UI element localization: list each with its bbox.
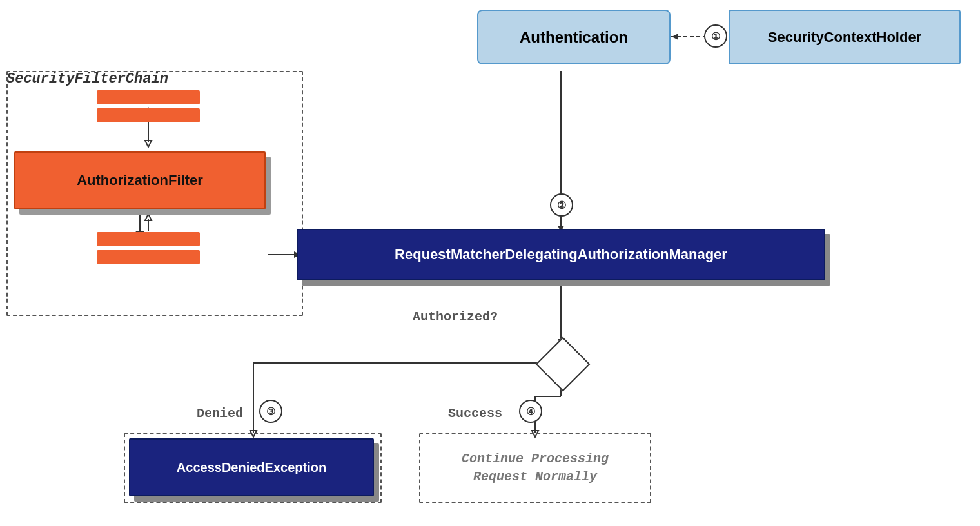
authentication-node: Authentication: [477, 10, 671, 64]
authorized-label: Authorized?: [413, 309, 498, 324]
access-denied-node: AccessDeniedException: [129, 438, 374, 496]
bottom-filter-bars: [97, 232, 200, 264]
authentication-label: Authentication: [520, 28, 628, 46]
authorization-filter-node: AuthorizationFilter: [14, 151, 266, 209]
success-label: Success: [448, 406, 502, 421]
access-denied-label: AccessDeniedException: [177, 460, 326, 475]
denied-label: Denied: [197, 406, 243, 421]
step-4-circle: ④: [519, 400, 542, 423]
svg-marker-1: [672, 34, 678, 40]
continue-processing-outer: Continue Processing Request Normally: [419, 433, 651, 503]
filter-bar-3: [97, 232, 200, 246]
step-2-circle: ②: [550, 193, 573, 217]
authorization-filter-label: AuthorizationFilter: [77, 172, 203, 189]
step-3-circle: ③: [259, 400, 282, 423]
rmdm-node: RequestMatcherDelegatingAuthorizationMan…: [297, 229, 825, 280]
authorization-filter-inner: AuthorizationFilter: [14, 151, 266, 209]
filter-bar-2: [97, 108, 200, 122]
top-filter-bars: [97, 90, 200, 122]
access-denied-inner: AccessDeniedException: [129, 438, 374, 496]
rmdm-label: RequestMatcherDelegatingAuthorizationMan…: [395, 246, 727, 263]
rmdm-inner: RequestMatcherDelegatingAuthorizationMan…: [297, 229, 825, 280]
diagram-container: SecurityFilterChain AuthorizationFilter …: [0, 0, 980, 526]
step-1-circle: ①: [704, 24, 727, 48]
filter-bar-1: [97, 90, 200, 104]
security-context-holder-node: SecurityContextHolder: [729, 10, 961, 64]
filter-bar-4: [97, 250, 200, 264]
continue-processing-label: Continue Processing Request Normally: [462, 450, 609, 486]
security-context-holder-label: SecurityContextHolder: [768, 29, 921, 46]
decision-diamond: [536, 337, 591, 392]
